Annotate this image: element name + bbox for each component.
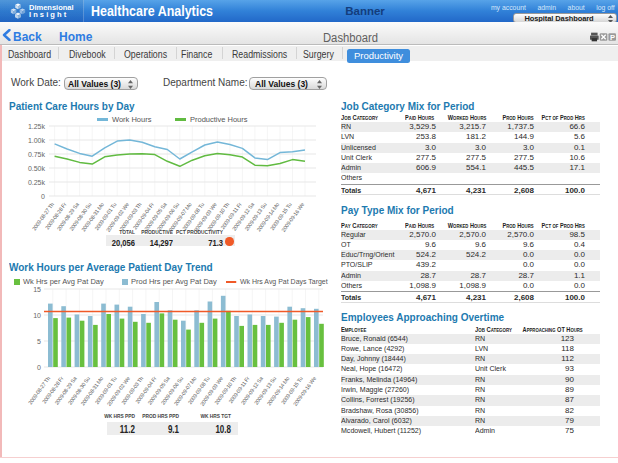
svg-text:1.00k: 1.00k bbox=[28, 137, 46, 144]
svg-text:1.25k: 1.25k bbox=[28, 123, 46, 130]
svg-text:0.25k: 0.25k bbox=[28, 179, 46, 186]
svg-text:0.75k: 0.75k bbox=[28, 151, 46, 158]
svg-text:10: 10 bbox=[33, 312, 41, 319]
svg-text:15: 15 bbox=[33, 286, 41, 293]
svg-text:5: 5 bbox=[37, 338, 41, 345]
svg-text:0.50k: 0.50k bbox=[28, 165, 46, 172]
svg-text:0: 0 bbox=[41, 193, 45, 200]
svg-text:0: 0 bbox=[37, 364, 41, 371]
